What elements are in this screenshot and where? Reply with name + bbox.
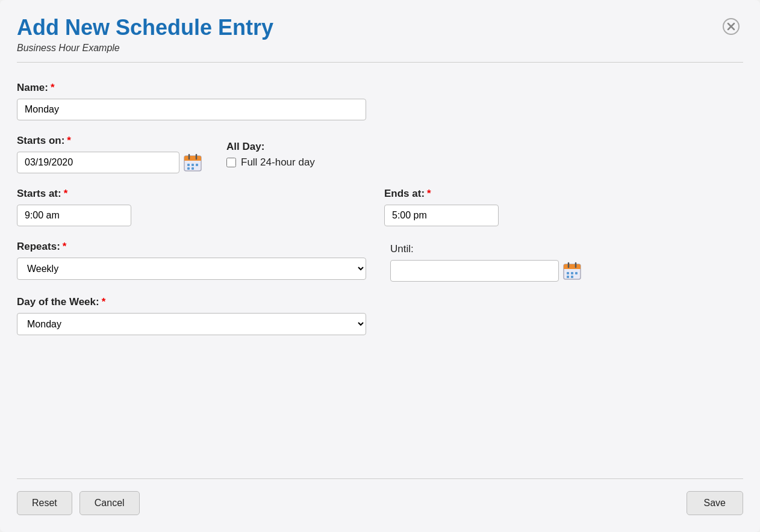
full-day-label[interactable]: Full 24-hour day xyxy=(241,156,315,169)
day-of-week-label: Day of the Week:* xyxy=(17,296,743,308)
close-icon xyxy=(723,18,740,35)
name-row: Name:* xyxy=(17,82,743,120)
ends-at-input[interactable] xyxy=(384,205,499,226)
svg-rect-11 xyxy=(187,167,190,170)
dialog-footer: Reset Cancel Save xyxy=(17,478,743,515)
svg-rect-15 xyxy=(564,267,581,269)
starts-on-input[interactable] xyxy=(17,152,179,173)
full-day-checkbox[interactable] xyxy=(226,158,236,167)
dialog-subtitle: Business Hour Example xyxy=(17,43,743,54)
repeats-label: Repeats:* xyxy=(17,241,366,253)
starts-on-label: Starts on:* xyxy=(17,135,202,147)
until-col: Until: xyxy=(390,241,582,282)
until-label: Until: xyxy=(390,243,582,255)
save-button[interactable]: Save xyxy=(687,491,743,515)
until-wrapper xyxy=(390,260,582,282)
starts-on-col: Starts on:* xyxy=(17,135,202,173)
svg-rect-10 xyxy=(196,164,198,166)
starts-at-group: Starts at:* xyxy=(17,188,131,226)
svg-rect-21 xyxy=(567,276,569,278)
starts-at-col: Starts at:* xyxy=(17,188,131,226)
starts-at-input[interactable] xyxy=(17,205,131,226)
name-group: Name:* xyxy=(17,82,743,120)
close-button[interactable] xyxy=(721,17,741,39)
full-day-row: Full 24-hour day xyxy=(226,156,315,169)
svg-rect-22 xyxy=(571,276,573,278)
until-input[interactable] xyxy=(390,260,559,282)
until-group: Until: xyxy=(390,243,582,282)
name-label: Name:* xyxy=(17,82,743,94)
ends-at-col: Ends at:* xyxy=(384,188,499,226)
starts-at-label: Starts at:* xyxy=(17,188,131,200)
starts-on-date-wrapper xyxy=(17,152,202,173)
cancel-button[interactable]: Cancel xyxy=(79,491,140,515)
dialog-title: Add New Schedule Entry xyxy=(17,14,743,40)
dialog-container: Add New Schedule Entry Business Hour Exa… xyxy=(0,0,760,532)
repeats-group: Repeats:* Weekly Daily Monthly Never xyxy=(17,241,366,280)
svg-rect-9 xyxy=(192,164,194,166)
starts-on-group: Starts on:* xyxy=(17,135,202,173)
repeats-col: Repeats:* Weekly Daily Monthly Never xyxy=(17,241,366,280)
svg-rect-19 xyxy=(571,272,573,274)
svg-rect-18 xyxy=(567,272,569,274)
starts-on-calendar-icon[interactable] xyxy=(183,153,202,172)
name-input[interactable] xyxy=(17,99,366,120)
svg-rect-5 xyxy=(184,159,201,161)
svg-rect-8 xyxy=(187,164,190,166)
ends-at-label: Ends at:* xyxy=(384,188,499,200)
until-calendar-icon[interactable] xyxy=(562,261,582,280)
all-day-label: All Day: xyxy=(226,141,315,153)
svg-rect-12 xyxy=(192,167,194,170)
starts-on-row: Starts on:* xyxy=(17,135,743,173)
reset-button[interactable]: Reset xyxy=(17,491,72,515)
repeats-row: Repeats:* Weekly Daily Monthly Never Unt… xyxy=(17,241,743,282)
svg-rect-20 xyxy=(575,272,578,274)
dialog-header: Add New Schedule Entry Business Hour Exa… xyxy=(17,14,743,63)
repeats-select[interactable]: Weekly Daily Monthly Never xyxy=(17,258,366,280)
day-of-week-row: Day of the Week:* Monday Tuesday Wednesd… xyxy=(17,296,743,335)
form-body: Name:* Starts on:* xyxy=(17,63,743,478)
ends-at-group: Ends at:* xyxy=(384,188,499,226)
day-of-week-select[interactable]: Monday Tuesday Wednesday Thursday Friday… xyxy=(17,313,366,335)
day-of-week-group: Day of the Week:* Monday Tuesday Wednesd… xyxy=(17,296,743,335)
time-row: Starts at:* Ends at:* xyxy=(17,188,743,226)
all-day-col: All Day: Full 24-hour day xyxy=(226,141,315,169)
footer-left-buttons: Reset Cancel xyxy=(17,491,140,515)
